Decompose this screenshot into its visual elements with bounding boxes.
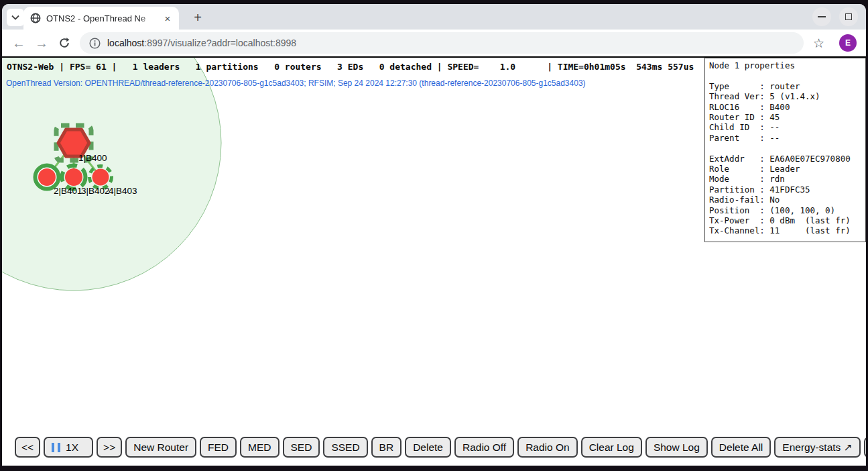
url-path: :8997/visualize?addr=localhost:8998 [144,38,296,48]
maximize-icon [845,13,852,20]
node-2-label: 2|B401 [54,186,82,196]
panel-line: Tx-Channel: 11 (last fr) [709,225,865,235]
panel-line [709,143,865,153]
globe-favicon-icon [30,13,41,23]
node-4-label: 4|B403 [109,186,137,196]
radio-off-button[interactable]: Radio Off [454,437,514,458]
delete-all-button[interactable]: Delete All [711,437,771,458]
delete-button[interactable]: Delete [405,437,451,458]
navigation-bar: ← → localhost:8997/visualize?addr=localh… [2,30,866,58]
openthread-version-link[interactable]: OpenThread Version: OPENTHREAD/thread-re… [6,78,586,88]
show-log-button[interactable]: Show Log [645,437,708,458]
med-button[interactable]: MED [240,437,279,458]
profile-avatar[interactable]: E [839,34,857,52]
forward-button[interactable]: → [30,36,53,51]
bookmark-star-icon[interactable]: ☆ [813,36,824,51]
chevron-down-icon [11,15,19,20]
window-controls [812,7,858,26]
tab-title: OTNS2 - OpenThread Ne [46,13,162,23]
panel-line: ExtAddr : EA6A0E07EC970800 [709,154,865,164]
pause-icon [52,443,54,452]
url-text[interactable]: localhost:8997/visualize?addr=localhost:… [107,38,296,48]
br-button[interactable]: BR [371,437,402,458]
fed-button[interactable]: FED [200,437,237,458]
page-content: 1|B400 2|B401 3|B402 4|B403 OTNS2-Web | … [2,58,866,464]
tab-strip: OTNS2 - OpenThread Ne × + [2,4,866,30]
pause-icon [58,443,60,452]
tab-search-button[interactable] [7,9,24,26]
tab-close-icon[interactable]: × [162,12,174,24]
sed-button[interactable]: SED [283,437,320,458]
node-properties-panel: Node 1 properties Type : router Thread V… [704,58,866,242]
panel-line: RLOC16 : B400 [709,102,865,112]
panel-line: Tx-Power : 0 dBm (last fr) [709,215,865,225]
reload-icon [58,37,70,49]
panel-spacer [709,70,865,81]
node-1-leader[interactable] [58,129,89,156]
radio-on-button[interactable]: Radio On [517,437,577,458]
panel-line: Radio-fail: No [709,195,865,205]
panel-line: Child ID : -- [709,122,865,132]
tab-otns2[interactable]: OTNS2 - OpenThread Ne × [23,7,179,30]
new-router-button[interactable]: New Router [125,437,196,458]
node-3-label: 3|B402 [81,186,110,196]
site-info-icon[interactable] [89,38,101,49]
browser-window: OTNS2 - OpenThread Ne × + ← → localhost:… [2,4,866,466]
speed-label: 1X [66,441,78,454]
panel-line: Mode : rdn [709,174,865,184]
panel-title: Node 1 properties [709,60,865,70]
url-host: localhost [107,38,144,48]
url-bar[interactable]: localhost:8997/visualize?addr=localhost:… [80,32,804,54]
node-stats-button[interactable]: Node-stats ↗ [864,437,866,458]
minimize-icon [818,16,826,17]
simulation-status-bar: OTNS2-Web | FPS= 61 | 1 leaders 1 partit… [7,62,694,72]
speed-button[interactable]: 1X [44,437,93,458]
panel-line: Role : Leader [709,164,865,174]
ssed-button[interactable]: SSED [323,437,367,458]
back-button[interactable]: ← [7,36,30,51]
panel-line: Parent : -- [709,133,865,143]
new-tab-button[interactable]: + [190,10,205,25]
panel-line: Router ID : 45 [709,112,865,122]
panel-line: Thread Ver: 5 (v1.4.x) [709,91,865,101]
clear-log-button[interactable]: Clear Log [581,437,642,458]
reload-button[interactable] [53,37,76,49]
panel-line: Type : router [709,81,865,91]
speed-up-button[interactable]: >> [97,437,122,458]
maximize-button[interactable] [839,7,858,26]
panel-line: Position : (100, 100, 0) [709,205,865,215]
energy-stats-button[interactable]: Energy-stats ↗ [774,437,860,458]
panel-line: Partition : 41FDFC35 [709,185,865,195]
minimize-button[interactable] [812,7,831,26]
action-toolbar: << 1X >> New Router FED MED SED SSED BR … [15,437,866,458]
node-1-label: 1|B400 [78,153,107,163]
speed-down-button[interactable]: << [15,437,40,458]
